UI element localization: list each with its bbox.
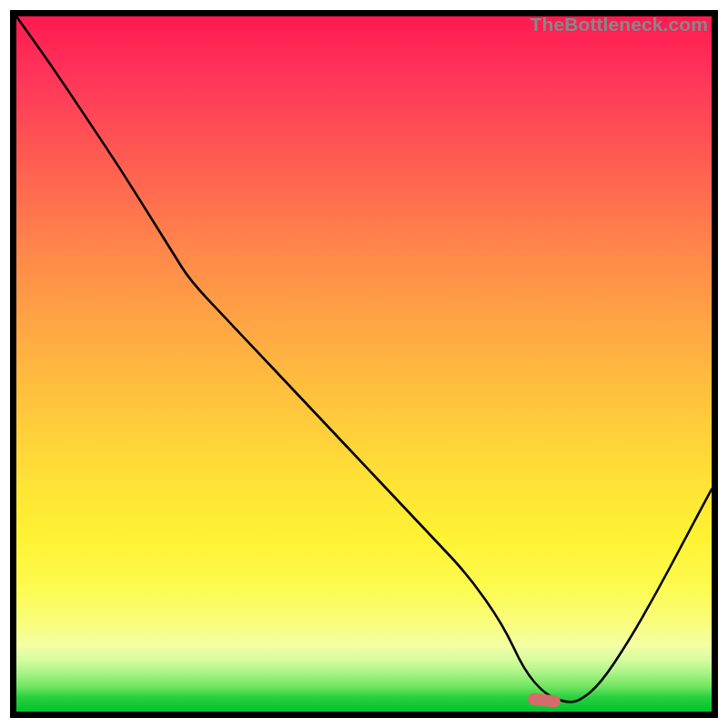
bottleneck-line [16, 16, 712, 712]
optimal-marker [527, 693, 561, 708]
plot-area: TheBottleneck.com [16, 16, 712, 712]
chart-frame: TheBottleneck.com [10, 10, 718, 718]
watermark-text: TheBottleneck.com [531, 14, 708, 35]
